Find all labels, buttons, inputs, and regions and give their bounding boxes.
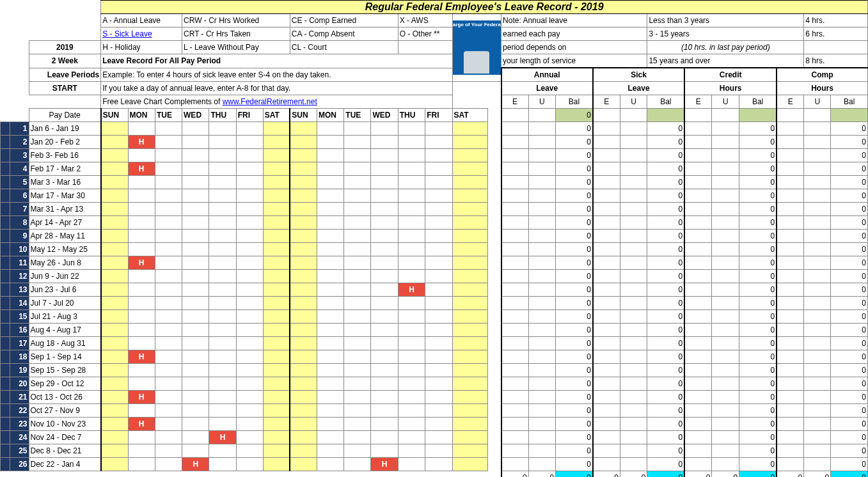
u-cell[interactable] (528, 243, 556, 256)
e-cell[interactable] (777, 350, 804, 364)
day-cell[interactable] (155, 149, 182, 162)
day-cell[interactable] (371, 243, 398, 256)
u-cell[interactable] (528, 216, 556, 230)
e-cell[interactable] (501, 176, 529, 189)
day-cell[interactable] (371, 189, 398, 203)
u-cell[interactable] (620, 176, 647, 189)
e-cell[interactable] (593, 149, 620, 162)
day-cell[interactable] (371, 136, 398, 149)
u-cell[interactable] (804, 136, 831, 149)
day-cell[interactable] (209, 418, 236, 431)
u-cell[interactable] (804, 270, 831, 283)
day-cell[interactable] (236, 162, 263, 176)
u-cell[interactable] (712, 324, 739, 337)
u-cell[interactable] (620, 230, 647, 243)
e-cell[interactable] (593, 176, 620, 189)
day-cell[interactable] (155, 270, 182, 283)
u-cell[interactable] (620, 162, 647, 176)
day-cell[interactable] (317, 203, 344, 216)
day-cell[interactable] (344, 122, 371, 136)
day-cell[interactable] (182, 270, 209, 283)
e-cell[interactable] (501, 122, 529, 136)
day-cell[interactable] (398, 149, 425, 162)
day-cell[interactable] (344, 203, 371, 216)
day-cell[interactable] (317, 230, 344, 243)
day-cell[interactable] (317, 122, 344, 136)
day-cell[interactable] (398, 377, 425, 391)
day-cell[interactable] (371, 418, 398, 431)
u-cell[interactable] (804, 230, 831, 243)
u-cell[interactable] (528, 337, 556, 350)
day-cell[interactable] (425, 297, 452, 310)
u-cell[interactable] (528, 431, 556, 444)
day-cell[interactable] (398, 297, 425, 310)
e-cell[interactable] (593, 458, 620, 471)
e-cell[interactable] (684, 391, 712, 404)
e-cell[interactable] (684, 176, 712, 189)
u-cell[interactable] (620, 310, 647, 324)
e-cell[interactable] (684, 270, 712, 283)
u-cell[interactable] (528, 203, 556, 216)
e-cell[interactable] (593, 324, 620, 337)
day-cell[interactable] (236, 350, 263, 364)
holiday-cell[interactable]: H (128, 256, 155, 270)
e-cell[interactable] (501, 431, 529, 444)
e-cell[interactable] (684, 283, 712, 297)
day-cell[interactable] (317, 364, 344, 377)
u-cell[interactable] (712, 256, 739, 270)
day-cell[interactable] (425, 391, 452, 404)
u-cell[interactable] (620, 444, 647, 458)
day-cell[interactable] (182, 230, 209, 243)
day-cell[interactable] (371, 377, 398, 391)
holiday-cell[interactable]: H (128, 350, 155, 364)
e-cell[interactable] (684, 444, 712, 458)
day-cell[interactable] (182, 404, 209, 418)
day-cell[interactable] (182, 256, 209, 270)
day-cell[interactable] (317, 243, 344, 256)
e-cell[interactable] (684, 189, 712, 203)
u-cell[interactable] (620, 149, 647, 162)
day-cell[interactable] (182, 350, 209, 364)
day-cell[interactable] (155, 337, 182, 350)
day-cell[interactable] (236, 230, 263, 243)
day-cell[interactable] (182, 243, 209, 256)
day-cell[interactable] (182, 310, 209, 324)
u-cell[interactable] (712, 431, 739, 444)
u-cell[interactable] (712, 310, 739, 324)
day-cell[interactable] (317, 404, 344, 418)
day-cell[interactable] (128, 297, 155, 310)
day-cell[interactable] (155, 364, 182, 377)
day-cell[interactable] (182, 122, 209, 136)
u-cell[interactable] (804, 337, 831, 350)
day-cell[interactable] (398, 444, 425, 458)
holiday-cell[interactable]: H (128, 162, 155, 176)
day-cell[interactable] (425, 256, 452, 270)
u-cell[interactable] (804, 310, 831, 324)
e-cell[interactable] (593, 350, 620, 364)
u-cell[interactable] (528, 136, 556, 149)
day-cell[interactable] (236, 136, 263, 149)
e-cell[interactable] (501, 404, 529, 418)
e-cell[interactable] (593, 364, 620, 377)
day-cell[interactable] (155, 350, 182, 364)
day-cell[interactable] (398, 458, 425, 471)
e-cell[interactable] (684, 364, 712, 377)
day-cell[interactable] (155, 122, 182, 136)
day-cell[interactable] (236, 444, 263, 458)
e-cell[interactable] (777, 243, 804, 256)
day-cell[interactable] (344, 216, 371, 230)
e-cell[interactable] (777, 176, 804, 189)
day-cell[interactable] (317, 458, 344, 471)
e-cell[interactable] (501, 149, 529, 162)
day-cell[interactable] (317, 377, 344, 391)
e-cell[interactable] (501, 256, 529, 270)
day-cell[interactable] (128, 176, 155, 189)
day-cell[interactable] (425, 377, 452, 391)
day-cell[interactable] (236, 377, 263, 391)
day-cell[interactable] (425, 176, 452, 189)
day-cell[interactable] (236, 203, 263, 216)
day-cell[interactable] (236, 122, 263, 136)
e-cell[interactable] (501, 203, 529, 216)
day-cell[interactable] (425, 122, 452, 136)
e-cell[interactable] (501, 377, 529, 391)
